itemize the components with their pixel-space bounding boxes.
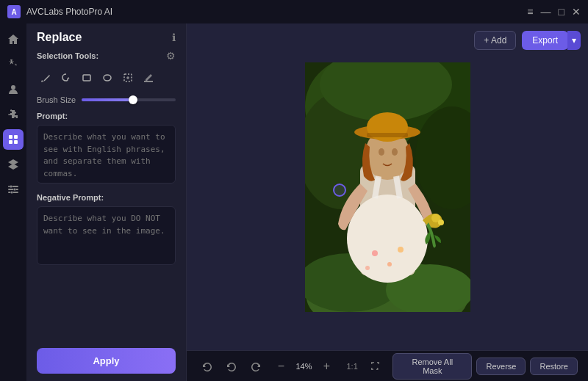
top-toolbar: + Add Export ▾ bbox=[474, 31, 581, 50]
undo-button[interactable] bbox=[197, 356, 217, 377]
svg-point-38 bbox=[372, 250, 378, 256]
svg-point-11 bbox=[14, 189, 16, 191]
prompt-section: Prompt: bbox=[26, 112, 186, 193]
apply-button[interactable]: Apply bbox=[37, 348, 176, 374]
erase-tool[interactable] bbox=[140, 69, 157, 87]
smart-select-tool[interactable] bbox=[119, 69, 137, 87]
bottom-toolbar: − 14% + 1:1 Remove All Mask Reverse Rest… bbox=[187, 350, 588, 381]
photo-display bbox=[305, 62, 470, 312]
close-icon[interactable]: ✕ bbox=[572, 6, 581, 18]
svg-point-39 bbox=[387, 262, 392, 266]
remove-all-mask-button[interactable]: Remove All Mask bbox=[392, 353, 472, 380]
svg-point-15 bbox=[104, 75, 111, 81]
app-logo: A bbox=[7, 5, 21, 18]
svg-point-41 bbox=[365, 266, 370, 270]
cursor-brush-indicator bbox=[333, 184, 346, 197]
brush-tool[interactable] bbox=[37, 69, 54, 87]
negative-prompt-label: Negative Prompt: bbox=[37, 193, 176, 202]
sidebar-item-people[interactable] bbox=[3, 79, 24, 100]
titlebar: A AVCLabs PhotoPro AI ≡ — □ ✕ bbox=[0, 0, 588, 23]
negative-prompt-textarea[interactable] bbox=[37, 206, 176, 265]
panel-title: Replace bbox=[37, 31, 82, 44]
reverse-button[interactable]: Reverse bbox=[476, 358, 526, 375]
rectangle-tool[interactable] bbox=[78, 69, 96, 87]
restore-button[interactable]: Restore bbox=[530, 358, 578, 375]
prompt-textarea[interactable] bbox=[37, 125, 176, 184]
svg-point-40 bbox=[398, 247, 404, 253]
svg-rect-33 bbox=[367, 133, 408, 137]
svg-rect-14 bbox=[83, 75, 90, 81]
svg-point-9 bbox=[10, 186, 12, 188]
svg-point-35 bbox=[392, 148, 398, 156]
apply-btn-container: Apply bbox=[26, 341, 186, 381]
redo-button[interactable] bbox=[245, 356, 265, 377]
svg-rect-4 bbox=[14, 140, 18, 144]
sidebar-item-puzzle[interactable] bbox=[3, 104, 24, 125]
minimize-icon[interactable]: — bbox=[541, 6, 551, 18]
panel-header: Replace ℹ bbox=[26, 23, 186, 48]
zoom-out-button[interactable]: − bbox=[273, 358, 289, 374]
sidebar-item-layers[interactable] bbox=[3, 154, 24, 175]
svg-point-29 bbox=[438, 219, 444, 225]
export-button[interactable]: Export bbox=[522, 31, 568, 50]
window-controls: ≡ — □ ✕ bbox=[527, 6, 581, 18]
zoom-level: 14% bbox=[292, 362, 315, 371]
left-panel: Replace ℹ Selection Tools: ⚙ bbox=[26, 23, 187, 381]
svg-rect-3 bbox=[9, 140, 12, 144]
svg-rect-1 bbox=[9, 135, 12, 139]
brush-size-slider[interactable] bbox=[82, 98, 176, 101]
negative-prompt-section: Negative Prompt: bbox=[26, 193, 186, 275]
fit-screen-button[interactable] bbox=[367, 358, 384, 375]
undo2-button[interactable] bbox=[221, 356, 241, 377]
icon-sidebar bbox=[0, 23, 26, 381]
prompt-label: Prompt: bbox=[37, 112, 176, 120]
sidebar-item-sliders[interactable] bbox=[3, 179, 24, 200]
svg-rect-2 bbox=[14, 135, 18, 139]
svg-point-13 bbox=[11, 192, 13, 194]
canvas-area: + Add Export ▾ bbox=[187, 23, 588, 381]
svg-point-0 bbox=[11, 85, 15, 90]
svg-line-36 bbox=[375, 176, 379, 198]
photo-frame bbox=[305, 62, 470, 312]
sidebar-item-home[interactable] bbox=[3, 29, 24, 50]
zoom-in-button[interactable]: + bbox=[318, 358, 334, 374]
ellipse-tool[interactable] bbox=[98, 69, 116, 87]
add-button[interactable]: + Add bbox=[474, 31, 516, 50]
image-container bbox=[187, 23, 588, 350]
app-title: AVCLabs PhotoPro AI bbox=[26, 7, 521, 17]
menu-icon[interactable]: ≡ bbox=[527, 6, 533, 18]
svg-point-34 bbox=[379, 148, 384, 156]
export-dropdown-button[interactable]: ▾ bbox=[567, 31, 581, 50]
brush-size-row: Brush Size bbox=[26, 92, 186, 112]
settings-icon[interactable]: ⚙ bbox=[166, 50, 176, 62]
selection-tools-row: Selection Tools: ⚙ bbox=[26, 48, 186, 66]
lasso-tool[interactable] bbox=[57, 69, 75, 87]
zoom-ratio-button[interactable]: 1:1 bbox=[342, 360, 362, 372]
svg-line-37 bbox=[396, 176, 400, 198]
zoom-controls: − 14% + bbox=[273, 358, 334, 374]
info-icon[interactable]: ℹ bbox=[172, 32, 176, 43]
brush-size-label: Brush Size bbox=[37, 95, 76, 104]
sidebar-item-magic[interactable] bbox=[3, 54, 24, 75]
sidebar-item-replace[interactable] bbox=[3, 129, 24, 150]
main-layout: Replace ℹ Selection Tools: ⚙ bbox=[0, 23, 588, 381]
svg-point-27 bbox=[347, 195, 428, 283]
selection-tools-label: Selection Tools: bbox=[37, 51, 98, 60]
maximize-icon[interactable]: □ bbox=[559, 6, 564, 18]
